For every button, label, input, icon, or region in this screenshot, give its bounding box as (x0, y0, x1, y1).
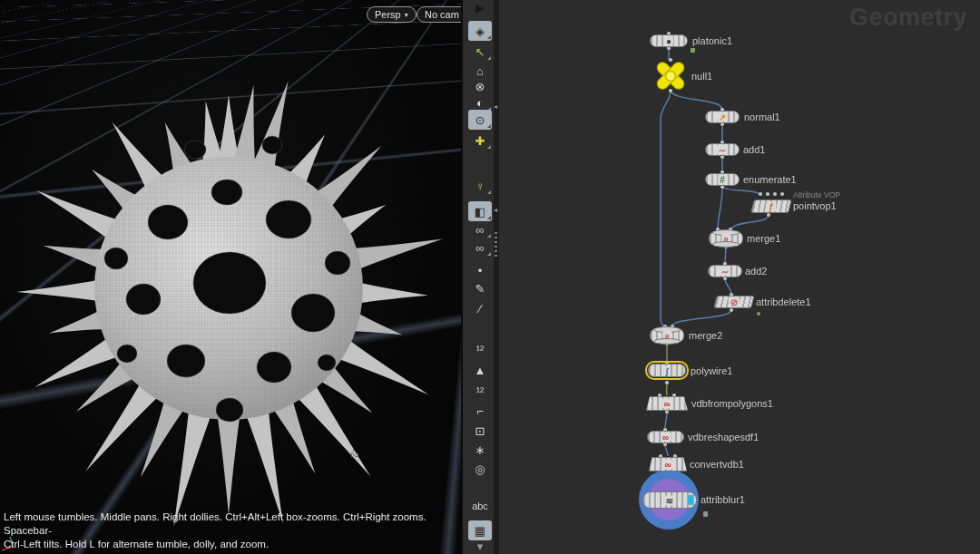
blur-icon: ≋ (664, 495, 675, 505)
node-platonic1[interactable]: ● (650, 34, 688, 47)
template-flag-badge (691, 48, 695, 53)
point-numbers-icon[interactable]: ¹² (468, 339, 492, 359)
node-attribblur1[interactable]: ≋ (642, 491, 697, 509)
node-label-platonic1: platonic1 (692, 34, 732, 47)
scene-viewport[interactable]: Persp ▾ No cam ▾ -2 Left mouse tumbles. … (0, 0, 463, 554)
null-center-icon (665, 71, 677, 83)
curve-icon: ∼ (720, 267, 730, 277)
node-label-merge1: merge1 (747, 232, 780, 245)
vdb-icon: ∞ (662, 460, 672, 470)
viewport-toolbar: ▶◈↖⌂⊗◐⊙✚♀◧∞∞•✎∕¹²▲¹²⌐⊡∗◎abc▦▾ (461, 0, 495, 554)
node-label-enumerate1: enumerate1 (743, 173, 797, 186)
point-normals-icon[interactable]: ✎ (468, 278, 492, 298)
node-label-convertvdb1: convertvdb1 (690, 458, 744, 471)
node-label-vdbreshapesdf1: vdbreshapesdf1 (688, 431, 759, 443)
node-pointvop1[interactable]: ƒ (750, 199, 792, 213)
node-label-polywire1: polywire1 (691, 364, 732, 377)
curve-icon: ∼ (717, 145, 728, 155)
lock-badge (703, 511, 708, 517)
vdb-icon: ∞ (661, 433, 671, 442)
node-merge2[interactable]: » (650, 328, 684, 343)
camera-select-button[interactable]: No cam ▾ (416, 6, 463, 23)
vop-function-icon: ƒ (767, 201, 776, 211)
wire-icon: ∫ (664, 365, 671, 375)
normal-arrow-icon: ↗ (717, 112, 728, 122)
text-overlay-icon[interactable]: abc (468, 496, 492, 516)
node-convertvdb1[interactable]: ∞ (649, 457, 687, 471)
node-label-vdbfrompolygons1: vdbfrompolygons1 (691, 397, 773, 410)
group-overlay-icon[interactable]: ⊡ (468, 421, 492, 441)
point-vectors-icon[interactable]: ∕ (468, 298, 492, 318)
camera-handles-icon[interactable]: ◎ (468, 459, 492, 479)
node-label-merge2: merge2 (689, 329, 722, 342)
node-add1[interactable]: ∼ (705, 143, 740, 156)
network-context-watermark: Geometry (849, 4, 967, 32)
node-label-normal1: normal1 (744, 111, 780, 123)
node-enumerate1[interactable]: # (705, 173, 740, 186)
profile-curves-icon[interactable]: ⌐ (468, 401, 492, 421)
pane-divider[interactable]: ◂ ◂ (494, 0, 499, 554)
point-markers-icon[interactable]: • (468, 260, 492, 280)
chevron-down-icon: ▾ (405, 8, 408, 22)
status-line-1: Left mouse tumbles. Middle pans. Right d… (4, 510, 463, 538)
light-edit-icon[interactable]: ♀ (468, 176, 492, 196)
show-hidden-glasses-icon[interactable]: ∞ (468, 219, 492, 239)
node-label-null1: null1 (691, 70, 712, 83)
node-label-attribblur1: attribblur1 (701, 493, 745, 506)
vdb-icon: ∞ (662, 399, 671, 409)
network-editor[interactable]: Geometry (499, 0, 980, 554)
grid-coordinate-label: -2 (349, 449, 360, 458)
high-quality-lighting-icon[interactable]: ✚ (468, 131, 492, 151)
divider-drag-handle[interactable] (495, 229, 497, 257)
enumerate-icon: # (718, 175, 727, 185)
shading-mode-icon[interactable]: ◧ (468, 201, 492, 221)
platonic-sphere-icon: ● (664, 36, 673, 46)
viewport-mesh (0, 0, 463, 554)
viewport-status-text: Left mouse tumbles. Middle pans. Right d… (4, 510, 463, 551)
view-projection-label: Persp (375, 8, 401, 22)
prim-numbers-icon[interactable]: ¹² (468, 381, 492, 401)
prim-normals-icon[interactable]: ▲ (468, 360, 492, 380)
status-line-2: Ctrl-Left tilts. Hold L for alternate tu… (4, 538, 463, 551)
template-flag-badge (757, 312, 760, 316)
node-vdbreshapesdf1[interactable]: ∞ (647, 431, 684, 443)
node-vdbfrompolygons1[interactable]: ∞ (646, 396, 688, 411)
delete-slash-icon: ⊘ (729, 297, 740, 307)
node-merge1[interactable]: » (709, 231, 743, 246)
node-normal1[interactable]: ↗ (705, 111, 740, 123)
more-options-icon[interactable]: ▾ (468, 536, 492, 554)
node-type-sublabel-pointvop1: Attribute VOP (793, 190, 840, 199)
view-tool-icon[interactable]: ◈ (468, 21, 492, 41)
strip-expand-icon[interactable]: ▶ (468, 0, 492, 17)
merge-arrows-icon: » (721, 234, 730, 244)
display-flag[interactable] (688, 495, 693, 505)
node-polywire1-selected[interactable]: ∫ (648, 364, 686, 377)
node-label-pointvop1: pointvop1 (793, 199, 837, 212)
merge-arrows-icon: » (662, 331, 671, 341)
select-tool-icon[interactable]: ↖ (468, 42, 492, 62)
view-projection-button[interactable]: Persp ▾ (367, 6, 416, 23)
show-templates-glasses-icon[interactable]: ∞ (468, 238, 492, 258)
node-add2[interactable]: ∼ (708, 265, 742, 277)
node-label-add2: add2 (745, 265, 767, 277)
node-label-add1: add1 (743, 143, 765, 156)
collapse-left-icon[interactable]: ◂ (494, 103, 497, 111)
node-attribdelete1[interactable]: ⊘ (713, 296, 754, 308)
node-label-attribdelete1: attribdelete1 (756, 296, 811, 308)
collapse-left-icon[interactable]: ◂ (494, 207, 497, 214)
gnomon-axes-icon[interactable]: ∗ (468, 440, 492, 460)
normal-lighting-icon[interactable]: ⊙ (468, 110, 492, 130)
node-null1[interactable] (655, 61, 686, 92)
camera-select-label: No cam (425, 8, 459, 22)
